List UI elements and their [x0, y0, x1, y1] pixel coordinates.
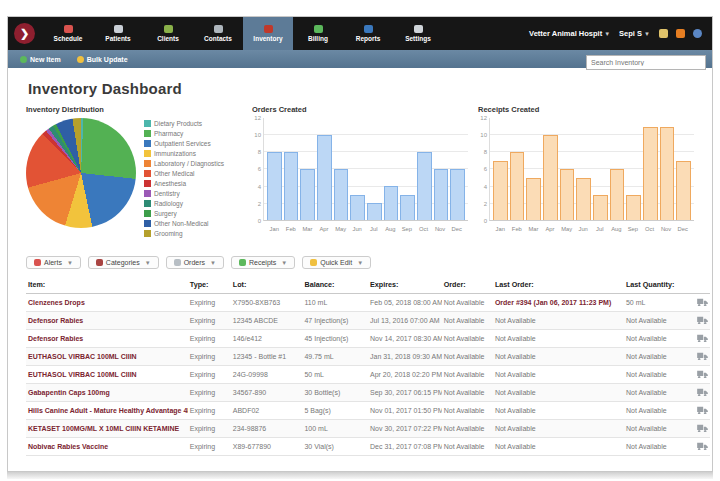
type-cell: Expiring [188, 384, 231, 402]
nav-tab-clients[interactable]: Clients [143, 17, 193, 50]
bar-may[interactable] [560, 169, 575, 220]
truck-icon[interactable] [687, 330, 710, 348]
item-link[interactable]: Defensor Rabies [26, 330, 188, 348]
bar-dec[interactable] [450, 169, 465, 220]
truck-icon[interactable] [687, 402, 710, 420]
item-link[interactable]: EUTHASOL VIRBAC 100ML CIIIN [26, 348, 188, 366]
last-order-cell[interactable]: Order #394 (Jan 06, 2017 11:23 PM) [493, 294, 624, 312]
bar-jul[interactable] [367, 203, 382, 220]
bar-mar[interactable] [300, 169, 315, 220]
bar-may[interactable] [334, 169, 349, 220]
legend-swatch [144, 210, 151, 217]
bar-feb[interactable] [284, 152, 299, 220]
legend-item: Laboratory / Diagnostics [144, 158, 224, 168]
truck-icon[interactable] [687, 384, 710, 402]
legend-label: Laboratory / Diagnostics [154, 160, 224, 167]
receipts-dropdown[interactable]: Receipts▼ [231, 256, 295, 269]
help-icon[interactable] [693, 29, 702, 38]
orders-icon [174, 259, 181, 266]
bar-sep[interactable] [400, 195, 415, 221]
bar-aug[interactable] [384, 186, 399, 220]
item-link[interactable]: Gabapentin Caps 100mg [26, 384, 188, 402]
item-link[interactable]: Hills Canine Adult - Mature Healthy Adva… [26, 402, 188, 420]
bar-nov[interactable] [434, 169, 449, 220]
bar-aug[interactable] [610, 169, 625, 220]
quick-edit-icon [310, 259, 317, 266]
legend-label: Other Non-Medical [154, 220, 209, 227]
nav-tab-label: Reports [356, 35, 381, 42]
practice-selector[interactable]: Vetter Animal Hospit▼ [529, 29, 610, 38]
balance-cell: 30 Bottle(s) [302, 384, 368, 402]
order-cell: Not Available [442, 420, 493, 438]
truck-icon[interactable] [687, 312, 710, 330]
categories-dropdown[interactable]: Categories▼ [88, 256, 159, 269]
item-link[interactable]: EUTHASOL VIRBAC 100ML CIIIN [26, 366, 188, 384]
item-link[interactable]: Defensor Rabies [26, 312, 188, 330]
bar-jan[interactable] [493, 161, 508, 221]
notes-icon[interactable] [659, 29, 668, 38]
bar-dec[interactable] [676, 161, 691, 221]
truck-icon[interactable] [687, 294, 710, 312]
truck-icon[interactable] [687, 348, 710, 366]
nav-tab-settings[interactable]: Settings [393, 17, 443, 50]
bar-jun[interactable] [350, 195, 365, 221]
nav-tab-label: Schedule [54, 35, 83, 42]
column-header: Type: [188, 276, 231, 294]
nav-tab-reports[interactable]: Reports [343, 17, 393, 50]
alerts-dropdown[interactable]: Alerts▼ [26, 256, 81, 269]
item-link[interactable]: KETASET 100MG/ML X 10ML CIIIN KETAMINE [26, 420, 188, 438]
truck-icon[interactable] [687, 366, 710, 384]
lot-cell: ABDF02 [231, 402, 303, 420]
user-menu[interactable]: Sepi S▼ [619, 29, 650, 38]
expires-cell: Sep 30, 2017 06:15 PM [368, 384, 442, 402]
search-input[interactable] [586, 55, 706, 70]
nav-tab-contacts[interactable]: Contacts [193, 17, 243, 50]
new-item-button[interactable]: New Item [20, 56, 61, 63]
type-cell: Expiring [188, 294, 231, 312]
item-link[interactable]: Clenzenes Drops [26, 294, 188, 312]
bulk-update-button[interactable]: Bulk Update [77, 56, 128, 63]
legend-item: Dentistry [144, 188, 224, 198]
filter-label: Categories [106, 259, 140, 266]
alerts-icon [34, 259, 41, 266]
bar-plot-area[interactable] [263, 118, 468, 221]
bar-sep[interactable] [626, 195, 641, 221]
quick-edit-dropdown[interactable]: Quick Edit▼ [302, 256, 371, 269]
chevron-down-icon: ▼ [644, 31, 650, 37]
lot-cell: X89-677890 [231, 438, 303, 456]
expires-cell: Jul 13, 2016 07:00 AM [368, 312, 442, 330]
bulk-update-icon [77, 56, 84, 63]
expires-cell: Nov 01, 2017 01:50 PM [368, 402, 442, 420]
table-row: EUTHASOL VIRBAC 100ML CIIINExpiring24G-0… [26, 366, 710, 384]
bar-jul[interactable] [593, 195, 608, 221]
bar-mar[interactable] [526, 178, 541, 221]
bar-apr[interactable] [317, 135, 332, 220]
truck-icon[interactable] [687, 438, 710, 456]
bar-feb[interactable] [510, 152, 525, 220]
last-quantity-cell: Not Available [624, 420, 687, 438]
chart-title: Orders Created [252, 105, 468, 114]
categories-icon [96, 259, 103, 266]
bar-apr[interactable] [543, 135, 558, 220]
announcements-icon[interactable] [676, 29, 685, 38]
nav-tab-inventory[interactable]: Inventory [243, 17, 293, 50]
table-row: Defensor RabiesExpiring146/e41245 Inject… [26, 330, 710, 348]
orders-dropdown[interactable]: Orders▼ [166, 256, 224, 269]
item-link[interactable]: Nobivac Rabies Vaccine [26, 438, 188, 456]
nav-tab-billing[interactable]: Billing [293, 17, 343, 50]
inventory-distribution-pie[interactable] [26, 118, 136, 228]
bar-oct[interactable] [643, 127, 658, 221]
type-cell: Expiring [188, 366, 231, 384]
vetter-logo-icon[interactable]: ❯ [14, 23, 35, 44]
bar-nov[interactable] [660, 127, 675, 221]
bar-jan[interactable] [267, 152, 282, 220]
nav-tab-schedule[interactable]: Schedule [43, 17, 93, 50]
table-row: Nobivac Rabies VaccineExpiringX89-677890… [26, 438, 710, 456]
bar-jun[interactable] [576, 178, 591, 221]
bar-oct[interactable] [417, 152, 432, 220]
table-row: Clenzenes DropsExpiringX7950-8XB763110 m… [26, 294, 710, 312]
truck-icon[interactable] [687, 420, 710, 438]
last-order-cell: Not Available [493, 420, 624, 438]
nav-tab-patients[interactable]: Patients [93, 17, 143, 50]
bar-plot-area[interactable] [489, 118, 694, 221]
